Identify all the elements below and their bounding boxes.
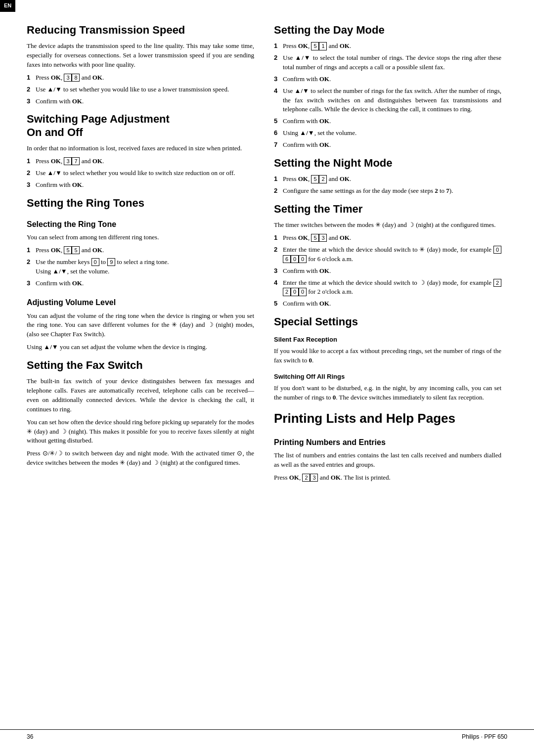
step-timer-5: 5 Confirm with OK. bbox=[274, 299, 501, 309]
printing-numbers-step: Press OK, 23 and OK. The list is printed… bbox=[274, 473, 501, 483]
ring-tones-title: Setting the Ring Tones bbox=[27, 197, 254, 210]
fax-switch-body2: You can set how often the device should … bbox=[27, 418, 254, 446]
step-page-1: 1 Press OK, 37 and OK. bbox=[27, 157, 254, 166]
step-reduce-3: 3 Confirm with OK. bbox=[27, 97, 254, 106]
section-page-adjustment: Switching Page AdjustmentOn and Off In o… bbox=[27, 113, 254, 189]
step-reduce-1: 1 Press OK, 38 and OK. bbox=[27, 73, 254, 83]
section-reducing-transmission: Reducing Transmission Speed The device a… bbox=[27, 24, 254, 106]
printing-title: Printing Lists and Help Pages bbox=[274, 409, 501, 428]
step-timer-2: 2 Enter the time at which the device sho… bbox=[274, 245, 501, 264]
fax-switch-body1: The built-in fax switch of your device d… bbox=[27, 377, 254, 414]
printing-numbers-title: Printing Numbers and Entries bbox=[274, 437, 501, 448]
silent-fax-body: If you would like to accept a fax withou… bbox=[274, 347, 501, 365]
timer-body: The timer switches between the modes ✳ (… bbox=[274, 221, 501, 230]
printing-numbers-body: The list of numbers and entries contains… bbox=[274, 451, 501, 470]
adjusting-volume-title: Adjusting Volume Level bbox=[27, 297, 254, 308]
section-night-mode: Setting the Night Mode 1 Press OK, 52 an… bbox=[274, 157, 501, 196]
left-column: Reducing Transmission Speed The device a… bbox=[27, 24, 254, 489]
step-day-1: 1 Press OK, 51 and OK. bbox=[274, 42, 501, 51]
step-day-6: 6 Using ▲/▼, set the volume. bbox=[274, 129, 501, 138]
section-day-mode: Setting the Day Mode 1 Press OK, 51 and … bbox=[274, 24, 501, 150]
section-special-settings: Special Settings Silent Fax Reception If… bbox=[274, 315, 501, 402]
step-page-2: 2 Use ▲/▼ to select whether you would li… bbox=[27, 169, 254, 178]
fax-switch-title: Setting the Fax Switch bbox=[27, 359, 254, 372]
section-ring-tones: Setting the Ring Tones Selecting the Rin… bbox=[27, 197, 254, 352]
section-timer: Setting the Timer The timer switches bet… bbox=[274, 203, 501, 309]
special-settings-title: Special Settings bbox=[274, 315, 501, 328]
step-day-7: 7 Confirm with OK. bbox=[274, 140, 501, 150]
selecting-ring-tone-body: You can select from among ten different … bbox=[27, 233, 254, 242]
step-day-5: 5 Confirm with OK. bbox=[274, 117, 501, 126]
step-reduce-2: 2 Use ▲/▼ to set whether you would like … bbox=[27, 85, 254, 94]
step-day-4: 4 Use ▲/▼ to select the number of rings … bbox=[274, 87, 501, 115]
adjusting-volume-body1: You can adjust the volume of the ring to… bbox=[27, 311, 254, 340]
page-number: 36 bbox=[27, 733, 33, 741]
step-day-2: 2 Use ▲/▼ to select the total number of … bbox=[274, 53, 501, 72]
night-mode-title: Setting the Night Mode bbox=[274, 157, 501, 170]
reducing-transmission-body: The device adapts the transmission speed… bbox=[27, 42, 254, 70]
step-ring-2: 2 Use the number keys 0 to 9 to select a… bbox=[27, 258, 254, 276]
brand-name: Philips · PPF 650 bbox=[462, 733, 507, 741]
right-column: Setting the Day Mode 1 Press OK, 51 and … bbox=[274, 24, 501, 489]
step-night-1: 1 Press OK, 52 and OK. bbox=[274, 175, 501, 184]
silent-fax-title: Silent Fax Reception bbox=[274, 335, 501, 345]
step-ring-3: 3 Confirm with OK. bbox=[27, 279, 254, 288]
switching-off-rings-body: If you don't want to be disturbed, e.g. … bbox=[274, 384, 501, 402]
switching-off-rings-title: Switching Off All Rings bbox=[274, 372, 501, 382]
page-adjustment-title: Switching Page AdjustmentOn and Off bbox=[27, 113, 254, 139]
step-timer-3: 3 Confirm with OK. bbox=[274, 267, 501, 276]
reducing-transmission-title: Reducing Transmission Speed bbox=[27, 24, 254, 37]
step-timer-1: 1 Press OK, 53 and OK. bbox=[274, 233, 501, 243]
timer-title: Setting the Timer bbox=[274, 203, 501, 216]
adjusting-volume-body2: Using ▲/▼ you can set adjust the volume … bbox=[27, 343, 254, 352]
step-night-2: 2 Configure the same settings as for the… bbox=[274, 186, 501, 196]
selecting-ring-tone-title: Selecting the Ring Tone bbox=[27, 219, 254, 230]
section-fax-switch: Setting the Fax Switch The built-in fax … bbox=[27, 359, 254, 468]
step-page-3: 3 Confirm with OK. bbox=[27, 180, 254, 190]
fax-switch-body3: Press ⊙/✳/☽ to switch between day and ni… bbox=[27, 449, 254, 468]
en-badge: EN bbox=[0, 0, 15, 12]
page: EN Reducing Transmission Speed The devic… bbox=[0, 0, 534, 756]
step-ring-1: 1 Press OK, 55 and OK. bbox=[27, 246, 254, 255]
page-adjustment-body: In order that no information is lost, re… bbox=[27, 144, 254, 153]
step-day-3: 3 Confirm with OK. bbox=[274, 75, 501, 84]
day-mode-title: Setting the Day Mode bbox=[274, 24, 501, 37]
section-printing: Printing Lists and Help Pages Printing N… bbox=[274, 409, 501, 483]
footer: 36 Philips · PPF 650 bbox=[0, 729, 534, 741]
step-timer-4: 4 Enter the time at which the device sho… bbox=[274, 278, 501, 297]
